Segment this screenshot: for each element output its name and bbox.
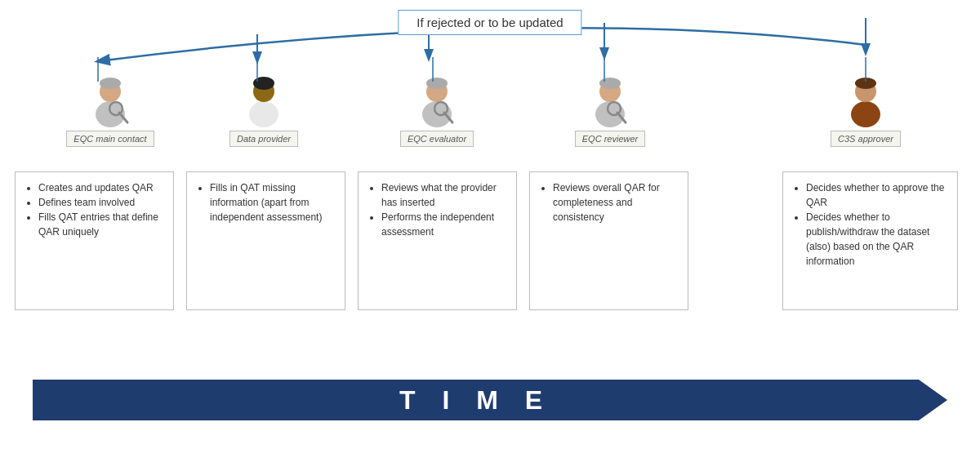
arc-label-box: If rejected or to be updated bbox=[398, 10, 581, 35]
svg-point-5 bbox=[249, 101, 278, 127]
role-label-eqc-main: EQC main contact bbox=[66, 131, 154, 147]
svg-point-7 bbox=[253, 77, 274, 90]
desc-box-data-provider: Fills in QAT missing information (apart … bbox=[186, 171, 345, 310]
col-eqc-evaluator: EQC evaluator bbox=[376, 72, 498, 147]
role-label-eqc-evaluator: EQC evaluator bbox=[400, 131, 474, 147]
timeline-area: T I M E bbox=[33, 376, 947, 425]
desc-item: Fills QAT entries that define QAR unique… bbox=[38, 210, 163, 239]
timeline-arrow: T I M E bbox=[33, 380, 947, 420]
desc-item: Defines team involved bbox=[38, 195, 163, 210]
svg-point-20 bbox=[855, 78, 876, 89]
svg-point-18 bbox=[851, 101, 880, 127]
timeline-label: T I M E bbox=[399, 385, 552, 416]
role-label-c3s-approver: C3S approver bbox=[831, 131, 901, 147]
col-eqc-main-contact: EQC main contact bbox=[49, 72, 172, 147]
person-icon-eqc-reviewer bbox=[588, 72, 633, 129]
desc-item: Performs the independent assessment bbox=[381, 210, 506, 239]
col-c3s-approver: C3S approver bbox=[800, 72, 931, 147]
desc-box-eqc-reviewer: Reviews overall QAR for completeness and… bbox=[529, 171, 688, 310]
desc-item: Reviews overall QAR for completeness and… bbox=[553, 180, 678, 224]
timeline-body: T I M E bbox=[33, 380, 919, 420]
desc-item: Reviews what the provider has inserted bbox=[381, 180, 506, 210]
role-label-data-provider: Data provider bbox=[229, 131, 298, 147]
desc-item: Creates and updates QAR bbox=[38, 180, 163, 195]
person-icon-eqc-main bbox=[88, 72, 133, 129]
desc-item: Decides whether to publish/withdraw the … bbox=[806, 210, 947, 269]
person-icon-eqc-evaluator bbox=[415, 72, 460, 129]
svg-point-2 bbox=[100, 78, 121, 89]
col-data-provider: Data provider bbox=[203, 72, 325, 147]
arc-label-text: If rejected or to be updated bbox=[416, 16, 563, 29]
svg-point-15 bbox=[599, 78, 621, 89]
desc-box-eqc-evaluator: Reviews what the provider has inserted P… bbox=[358, 171, 517, 310]
svg-point-10 bbox=[426, 78, 448, 89]
desc-item: Fills in QAT missing information (apart … bbox=[210, 180, 335, 224]
col-eqc-reviewer: EQC reviewer bbox=[549, 72, 671, 147]
main-container: If rejected or to be updated bbox=[0, 0, 980, 449]
desc-item: Decides whether to approve the QAR bbox=[806, 180, 947, 210]
desc-box-c3s-approver: Decides whether to approve the QAR Decid… bbox=[782, 171, 958, 310]
desc-box-eqc-main: Creates and updates QAR Defines team inv… bbox=[15, 171, 174, 310]
role-label-eqc-reviewer: EQC reviewer bbox=[575, 131, 645, 147]
person-icon-c3s-approver bbox=[844, 72, 889, 129]
person-icon-data-provider bbox=[242, 72, 287, 129]
timeline-arrowhead bbox=[919, 380, 947, 420]
